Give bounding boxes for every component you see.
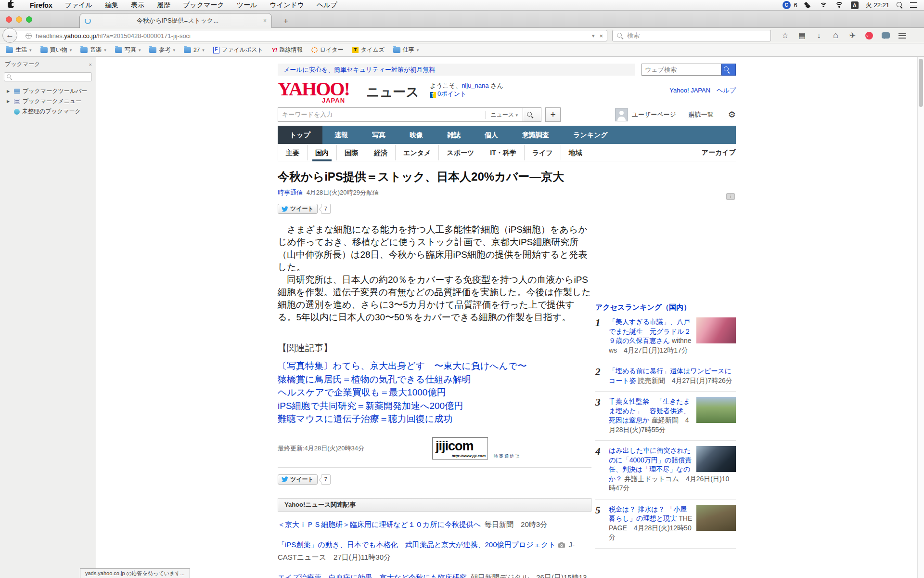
subnav-item[interactable]: 地域 <box>561 145 590 160</box>
bookmark-star-icon[interactable]: ☆ <box>777 31 794 40</box>
nav-tab[interactable]: 速報 <box>322 126 360 144</box>
related-article-link[interactable]: ヘルスケアで企業買収も＝最大1000億円 <box>278 387 446 397</box>
subnav-item[interactable]: スポーツ <box>438 145 482 160</box>
sidebar-bookmark-item[interactable]: ▶ ブックマークメニュー <box>0 96 96 106</box>
web-search-button[interactable] <box>721 64 736 76</box>
bookmark-item[interactable]: F ファイルポスト <box>213 46 263 54</box>
sidebar-close-icon[interactable]: × <box>89 62 92 67</box>
signal-icon[interactable] <box>820 2 827 7</box>
ad-info-icon[interactable]: i <box>726 193 735 200</box>
subnav-item[interactable]: エンタメ <box>395 145 438 160</box>
ranking-link[interactable]: 税金は？ 排水は？ 「小屋暮らし」の理想と現実 <box>609 505 687 523</box>
yahoo-logo[interactable]: YAHOO! JAPAN <box>278 79 363 103</box>
bookmark-item[interactable]: 音楽 ▾ <box>80 46 106 54</box>
menubar-clock[interactable]: 火 22:21 <box>866 1 889 10</box>
menubar-menu[interactable]: ウインドウ <box>263 1 310 10</box>
subnav-item[interactable]: 国際 <box>336 145 366 160</box>
subnav-item[interactable]: IT・科学 <box>482 145 524 160</box>
ranking-thumbnail[interactable] <box>696 397 736 423</box>
url-dropdown-icon[interactable]: ▾ <box>592 33 595 39</box>
subnav-item[interactable]: 主要 <box>278 145 307 160</box>
promo-link[interactable]: メールに安心を、簡単セキュリティー対策が初月無料 <box>283 66 435 73</box>
sidebar-bookmark-item[interactable]: ▶ ブックマークツールバー <box>0 86 96 96</box>
stop-loading-icon[interactable]: × <box>599 32 603 39</box>
search-category-dropdown[interactable]: ニュース ▾ <box>485 111 523 119</box>
notification-center-icon[interactable] <box>910 2 917 8</box>
add-search-button[interactable]: + <box>545 107 561 122</box>
home-icon[interactable]: ⌂ <box>827 30 844 40</box>
disclosure-triangle-icon[interactable]: ▶ <box>7 99 12 104</box>
nav-tab[interactable]: 写真 <box>360 126 398 144</box>
service-name[interactable]: ニュース <box>366 83 419 103</box>
tweet-button[interactable]: ツイート <box>278 474 318 485</box>
bookmark-item[interactable]: 生活 ▾ <box>6 46 32 54</box>
ranking-thumbnail[interactable] <box>696 505 736 531</box>
sidebar-bookmark-item[interactable]: 未整理のブックマーク <box>0 106 96 117</box>
bookmarks-panel-icon[interactable]: ▤ <box>794 31 810 40</box>
menubar-menu[interactable]: ブックマーク <box>177 1 231 10</box>
keyword-search-input[interactable]: キーワードを入力 ニュース ▾ <box>278 107 523 122</box>
related-news-link[interactable]: ＜京大ｉＰＳ細胞研＞臨床用に理研など１０カ所に今秋提供へ <box>278 520 481 528</box>
news-search-button[interactable] <box>523 107 541 122</box>
username-link[interactable]: niju_nana <box>462 82 488 89</box>
pocket-icon[interactable]: ⌄ <box>865 32 873 39</box>
scrollbar-thumb[interactable] <box>919 59 923 107</box>
bookmark-item[interactable]: Y! 路線情報 <box>272 46 303 54</box>
tweet-count[interactable]: 7 <box>321 474 331 485</box>
related-article-link[interactable]: 猿橋賞に鳥居氏＝植物の気孔できる仕組み解明 <box>278 374 471 384</box>
nav-tab[interactable]: トップ <box>278 126 322 144</box>
sidebar-search-input[interactable] <box>4 72 92 81</box>
nav-tab[interactable]: 映像 <box>398 126 435 144</box>
bookmark-item[interactable]: 参考 ▾ <box>149 46 175 54</box>
yahoo-japan-help-links[interactable]: Yahoo! JAPAN ヘルプ <box>669 87 736 94</box>
ranking-thumbnail[interactable] <box>696 317 736 343</box>
related-article-link[interactable]: 難聴マウスに遺伝子治療＝聴力回復に成功 <box>278 414 452 424</box>
jijicom-logo[interactable]: jijicom http://www.jiji.com <box>432 437 488 460</box>
disclosure-triangle-icon[interactable]: ▶ <box>7 89 12 93</box>
related-article-link[interactable]: 〔写真特集〕わてら、京大出身どす 〜東大に負けへんで〜 <box>278 361 526 371</box>
menu-hamburger-icon[interactable] <box>898 33 906 39</box>
share-icon[interactable]: ✈ <box>844 31 861 40</box>
menubar-menu[interactable]: 履歴 <box>151 1 177 10</box>
nav-tab[interactable]: 個人 <box>473 126 510 144</box>
related-article-link[interactable]: iPS細胞で共同研究＝新薬開発加速へ200億円 <box>278 401 463 411</box>
menubar-menu[interactable]: 編集 <box>99 1 125 10</box>
bookmark-item[interactable]: 買い物 ▾ <box>40 46 72 54</box>
tab-close-icon[interactable]: × <box>263 17 267 24</box>
new-tab-button[interactable]: + <box>279 15 293 27</box>
source-link[interactable]: 時事通信 <box>278 189 303 196</box>
window-close-button[interactable] <box>6 16 12 23</box>
bookmark-item[interactable]: 写真 ▾ <box>115 46 141 54</box>
nav-tab[interactable]: 意識調査 <box>510 126 561 144</box>
bookmark-item[interactable]: 仕事 ▾ <box>393 46 419 54</box>
related-news-link[interactable]: 「iPS創薬」の動き、日本でも本格化 武田薬品と京大が連携、200億円プロジェク… <box>278 540 556 549</box>
nav-tab[interactable]: 雑誌 <box>435 126 473 144</box>
window-zoom-button[interactable] <box>26 16 32 23</box>
menubar-menu[interactable]: ファイル <box>59 1 99 10</box>
jiji-press-logo[interactable]: 時事通信社 <box>494 452 520 460</box>
url-bar[interactable]: headlines.yahoo.co.jp/hl?a=20150428-0000… <box>11 30 607 41</box>
tweet-count[interactable]: 7 <box>321 204 331 214</box>
bookmark-item[interactable]: 27 ▾ <box>184 47 205 53</box>
menubar-menu[interactable]: ツール <box>231 1 264 10</box>
menubar-menu[interactable]: Firefox <box>24 1 59 9</box>
bookmark-item[interactable]: ロイター <box>311 46 344 54</box>
input-source-icon[interactable]: A <box>851 1 859 9</box>
subnav-item[interactable]: ライフ <box>524 145 561 160</box>
menubar-menu[interactable]: ヘルプ <box>310 1 344 10</box>
page-scrollbar[interactable] <box>917 57 924 578</box>
dropbox-icon[interactable] <box>805 2 812 8</box>
subnav-item[interactable]: 国内 <box>307 145 336 160</box>
access-ranking-title[interactable]: アクセスランキング（国内） <box>595 303 691 311</box>
window-minimize-button[interactable] <box>16 16 22 23</box>
ranking-thumbnail[interactable] <box>696 446 736 472</box>
browser-tab[interactable]: 今秋からiPS提供=ストック... × <box>79 13 272 28</box>
apple-icon[interactable] <box>8 2 14 8</box>
tweet-button[interactable]: ツイート <box>278 204 318 214</box>
nav-tab[interactable]: ランキング <box>561 126 620 144</box>
back-button[interactable]: ← <box>2 28 17 43</box>
browser-search-bar[interactable]: 検索 <box>612 30 771 41</box>
downloads-icon[interactable]: ↓ <box>810 31 827 40</box>
related-news-link[interactable]: エイズ治療薬、白血病に効果 京大など今秋にも臨床研究 <box>278 573 467 578</box>
subscriptions-link[interactable]: 購読一覧 <box>689 110 714 119</box>
